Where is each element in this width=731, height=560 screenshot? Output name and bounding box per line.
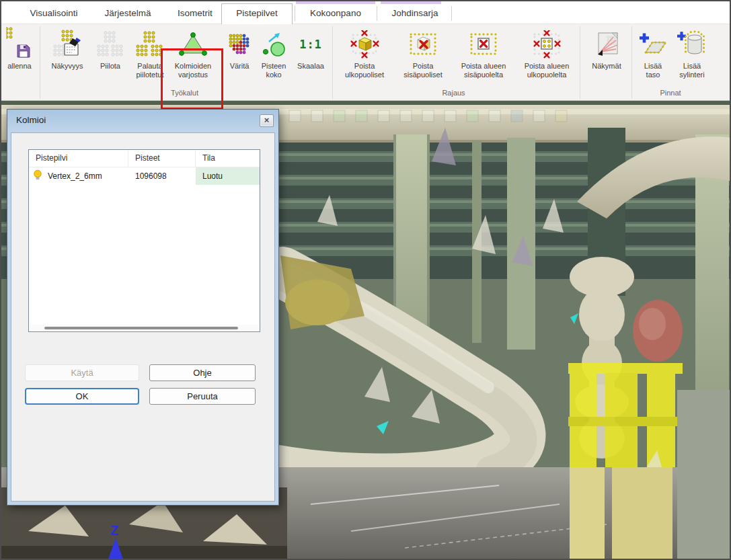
hide-icon bbox=[97, 27, 124, 62]
hide-button[interactable]: Piilota bbox=[93, 27, 128, 87]
tab-separator bbox=[295, 6, 295, 21]
ribbon-button-label: Poista alueen ulkopuolelta bbox=[515, 62, 578, 79]
tab-label: Kokoonpano bbox=[310, 8, 361, 18]
add-cylinder-button[interactable]: Lisää sylinteri bbox=[671, 27, 713, 87]
views-button[interactable]: Näkymät bbox=[584, 27, 629, 87]
ribbon-button-label: Pisteen koko bbox=[256, 62, 292, 79]
tab-separator bbox=[451, 6, 452, 21]
save-icon bbox=[6, 27, 33, 62]
group-label-tyokalut: Työkalut bbox=[136, 89, 233, 99]
colorize-icon bbox=[228, 27, 251, 62]
tab-isometrit[interactable]: Isometrit bbox=[161, 4, 229, 24]
point-count: 1096098 bbox=[128, 167, 196, 185]
ribbon-button-label: Näkymät bbox=[584, 62, 629, 71]
ribbon-button-label: Poista sisäpuoliset bbox=[394, 62, 452, 79]
group-separator bbox=[332, 26, 333, 99]
ribbon-button-label: Piilota bbox=[93, 62, 128, 71]
ribbon-button-label: Kolmioiden varjostus bbox=[165, 62, 221, 79]
cancel-button[interactable]: Peruuta bbox=[149, 388, 256, 405]
red-handwheel bbox=[633, 300, 683, 362]
point-cloud-list[interactable]: Pistepilvi Pisteet Tila Vertex_2_6mm bbox=[28, 149, 260, 332]
remove-area-inside-icon bbox=[468, 27, 499, 62]
add-plane-icon bbox=[638, 27, 668, 62]
scale-one-to-one-icon: 1:1 bbox=[299, 27, 322, 62]
ribbon-button-label: Skaalaa bbox=[292, 62, 330, 71]
triangle-shading-icon bbox=[179, 27, 207, 62]
visibility-button[interactable]: Näkyvyys bbox=[43, 27, 91, 87]
ribbon-button-label: allenna bbox=[1, 62, 38, 71]
ok-button[interactable]: OK bbox=[25, 388, 139, 405]
table-row[interactable]: Vertex_2_6mm 1096098 Luotu bbox=[29, 167, 260, 185]
status-badge: Luotu bbox=[196, 167, 260, 185]
group-separator bbox=[40, 26, 40, 99]
apply-button[interactable]: Käytä bbox=[25, 364, 139, 381]
column-header-tila[interactable]: Tila bbox=[196, 150, 260, 167]
tab-label: Isometrit bbox=[178, 8, 213, 18]
remove-outside-button[interactable]: Poista ulkopuoliset bbox=[338, 27, 391, 87]
tab-label: Pistepilvet bbox=[236, 8, 278, 18]
tab-label: Visualisointi bbox=[30, 8, 77, 18]
tab-pistepilvet[interactable]: Pistepilvet bbox=[221, 3, 293, 24]
svg-text:Z: Z bbox=[110, 523, 118, 538]
ribbon-tab-bar: Visualisointi Järjestelmä Isometrit Pist… bbox=[1, 1, 730, 24]
remove-area-inside-button[interactable]: Poista alueen sisäpuolelta bbox=[453, 27, 514, 87]
bulb-icon bbox=[33, 169, 42, 183]
remove-inside-button[interactable]: Poista sisäpuoliset bbox=[394, 27, 452, 87]
ribbon-button-label: Lisää taso bbox=[636, 62, 670, 79]
kolmioi-dialog: Kolmioi × Pistepilvi Pisteet Tila bbox=[7, 109, 279, 506]
tab-jarjestelma[interactable]: Järjestelmä bbox=[94, 4, 161, 24]
help-button[interactable]: Ohje bbox=[149, 364, 256, 381]
dialog-content: Pistepilvi Pisteet Tila Vertex_2_6mm bbox=[11, 132, 275, 502]
point-size-button[interactable]: Pisteen koko bbox=[256, 27, 292, 87]
application-window: Visualisointi Järjestelmä Isometrit Pist… bbox=[0, 0, 731, 560]
horizontal-scrollbar[interactable] bbox=[30, 325, 259, 331]
tab-kokoonpano[interactable]: Kokoonpano bbox=[296, 4, 375, 24]
views-icon bbox=[592, 27, 621, 62]
group-label-pinnat: Pinnat bbox=[633, 89, 707, 99]
remove-area-outside-icon bbox=[531, 27, 562, 62]
group-label-rajaus: Rajaus bbox=[405, 89, 502, 99]
ribbon-button-label: Lisää sylinteri bbox=[671, 62, 713, 79]
remove-outside-icon bbox=[349, 27, 380, 62]
ribbon-button-label: Näkyvyys bbox=[43, 62, 91, 71]
save-button[interactable]: allenna bbox=[1, 27, 38, 87]
point-size-icon bbox=[261, 27, 286, 62]
group-separator bbox=[631, 26, 632, 99]
dialog-title: Kolmioi bbox=[16, 115, 46, 125]
restore-hidden-icon bbox=[136, 27, 164, 62]
scrollbar-thumb[interactable] bbox=[44, 327, 238, 329]
add-plane-button[interactable]: Lisää taso bbox=[636, 27, 670, 87]
visibility-icon bbox=[53, 27, 81, 62]
add-cylinder-icon bbox=[676, 27, 708, 62]
scale-button[interactable]: 1:1 Skaalaa bbox=[292, 27, 330, 87]
tab-visualisointi[interactable]: Visualisointi bbox=[13, 4, 94, 24]
tab-label: Järjestelmä bbox=[104, 8, 151, 18]
ribbon-button-label: Väritä bbox=[223, 62, 256, 71]
column-header-pisteet[interactable]: Pisteet bbox=[128, 150, 196, 167]
triangle-shading-button[interactable]: Kolmioiden varjostus bbox=[165, 27, 221, 87]
remove-inside-icon bbox=[408, 27, 438, 62]
close-icon[interactable]: × bbox=[260, 114, 274, 127]
ribbon: allenna Näkyvyys Pii bbox=[1, 24, 730, 101]
point-cloud-name: Vertex_2_6mm bbox=[48, 171, 102, 181]
colorize-button[interactable]: Väritä bbox=[223, 27, 256, 87]
group-separator bbox=[580, 26, 580, 99]
tab-johdinsarja[interactable]: Johdinsarja bbox=[379, 4, 451, 24]
column-header-pistepilvi[interactable]: Pistepilvi bbox=[29, 150, 128, 167]
ribbon-button-label: Poista ulkopuoliset bbox=[338, 62, 391, 79]
tab-separator bbox=[377, 6, 377, 21]
list-header-row: Pistepilvi Pisteet Tila bbox=[29, 150, 260, 167]
remove-area-outside-button[interactable]: Poista alueen ulkopuolelta bbox=[515, 27, 578, 87]
ribbon-button-label: Poista alueen sisäpuolelta bbox=[453, 62, 514, 79]
tab-label: Johdinsarja bbox=[391, 8, 438, 18]
